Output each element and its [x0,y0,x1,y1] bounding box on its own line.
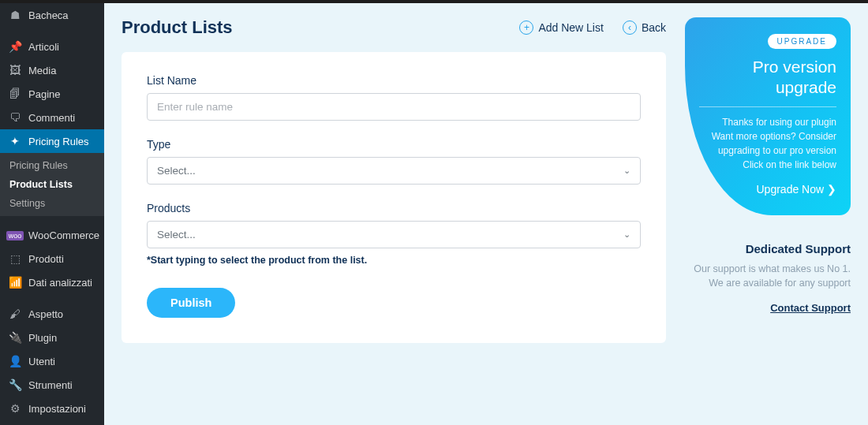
dashboard-icon: ☗ [8,9,22,21]
woo-icon: woo [8,231,22,240]
upgrade-text-line4: Click on the link below [699,158,836,172]
plug-icon: 🔌 [8,331,22,344]
sidebar-item-label: Pricing Rules [28,136,89,147]
admin-sidebar: ☗ Bacheca 📌 Articoli 🖾 Media 🗐 Pagine 🗨 … [0,3,104,425]
products-hint: *Start typing to select the product from… [147,255,641,266]
box-icon: ⬚ [8,252,22,265]
upgrade-card: UPGRADE Pro version upgrade Thanks for u… [685,17,851,215]
sidebar-item-label: Impostazioni [28,403,86,415]
sidebar-item-tools[interactable]: 🔧 Strumenti [0,373,104,397]
upgrade-text-line2: Want more options? Consider [699,129,836,144]
support-block: Dedicated Support Our support is what ma… [685,242,851,315]
submenu-product-lists[interactable]: Product Lists [0,175,104,194]
media-icon: 🖾 [8,64,22,76]
products-label: Products [147,202,641,214]
sidebar-item-users[interactable]: 👤 Utenti [0,349,104,373]
list-name-input[interactable] [147,93,641,121]
sidebar-item-label: Media [28,65,56,76]
sidebar-item-label: Plugin [28,332,57,344]
pin-icon: 📌 [8,40,22,53]
upgrade-text-line1: Thanks for using our plugin [699,115,836,129]
sidebar-item-plugins[interactable]: 🔌 Plugin [0,326,104,349]
add-new-label: Add New List [538,21,603,34]
sidebar-item-dashboard[interactable]: ☗ Bacheca [0,3,104,27]
chevron-down-icon: ⌄ [623,229,630,240]
sidebar-item-woocommerce[interactable]: woo WooCommerce [0,224,104,247]
sidebar-item-products[interactable]: ⬚ Prodotti [0,247,104,270]
upgrade-now-link[interactable]: Upgrade Now ❯ [757,183,837,196]
sidebar-item-label: WooCommerce [28,229,99,241]
wrench-icon: 🔧 [8,378,22,391]
contact-support-link[interactable]: Contact Support [770,302,851,314]
sidebar-item-posts[interactable]: 📌 Articoli [0,35,104,58]
publish-button[interactable]: Publish [147,288,235,318]
upgrade-badge: UPGRADE [768,34,836,49]
sidebar-item-media[interactable]: 🖾 Media [0,58,104,82]
sidebar-item-label: Bacheca [28,9,69,21]
sidebar-item-label: Aspetto [28,308,63,320]
type-select[interactable]: Select... ⌄ [147,157,641,185]
sidebar-item-label: Strumenti [28,379,73,391]
sidebar-item-comments[interactable]: 🗨 Commenti [0,106,104,129]
sidebar-item-label: Prodotti [28,253,64,265]
sidebar-item-label: Dati analizzati [28,277,92,289]
chevron-down-icon: ⌄ [623,166,630,176]
sidebar-item-pricing-rules[interactable]: ✦ Pricing Rules [0,129,104,153]
add-new-list-button[interactable]: + Add New List [519,21,603,35]
user-icon: 👤 [8,355,22,367]
page-icon: 🗐 [8,88,22,100]
content-area: Product Lists + Add New List ‹ Back List… [104,3,868,425]
upgrade-title-line1: Pro version [753,58,836,76]
back-label: Back [642,21,666,34]
sidebar-item-label: Utenti [28,356,55,367]
plus-icon: + [519,21,533,35]
submenu-settings[interactable]: Settings [0,194,104,213]
back-arrow-icon: ‹ [623,21,637,35]
sidebar-submenu: Pricing Rules Product Lists Settings [0,153,104,216]
brush-icon: 🖌 [8,308,22,320]
sidebar-item-label: Pagine [28,88,60,100]
back-button[interactable]: ‹ Back [623,21,666,35]
list-name-label: List Name [147,74,641,87]
upgrade-text-line3: upgrading to our pro version [699,144,836,158]
products-select[interactable]: Select... ⌄ [147,221,641,248]
sidebar-item-pages[interactable]: 🗐 Pagine [0,82,104,106]
type-label: Type [147,138,641,151]
sliders-icon: ⚙ [8,402,22,415]
sidebar-item-settings[interactable]: ⚙ Impostazioni [0,397,104,420]
sidebar-item-label: Articoli [28,41,59,53]
type-placeholder: Select... [157,165,196,177]
comment-icon: 🗨 [8,111,22,124]
support-text: Our support is what makes us No 1. We ar… [685,262,851,292]
support-title: Dedicated Support [685,242,851,255]
form-card: List Name Type Select... ⌄ Products Sele… [122,52,666,343]
products-placeholder: Select... [157,229,196,240]
page-title: Product Lists [122,17,233,38]
upgrade-title-line2: upgrade [776,78,836,96]
sidebar-item-analytics[interactable]: 📶 Dati analizzati [0,270,104,294]
sidebar-item-appearance[interactable]: 🖌 Aspetto [0,302,104,326]
submenu-pricing-rules[interactable]: Pricing Rules [0,156,104,175]
chart-icon: 📶 [8,276,22,289]
sidebar-item-collapse[interactable]: ◀ Riduci menu [0,420,104,425]
tag-icon: ✦ [8,135,22,147]
sidebar-item-label: Commenti [28,112,75,124]
